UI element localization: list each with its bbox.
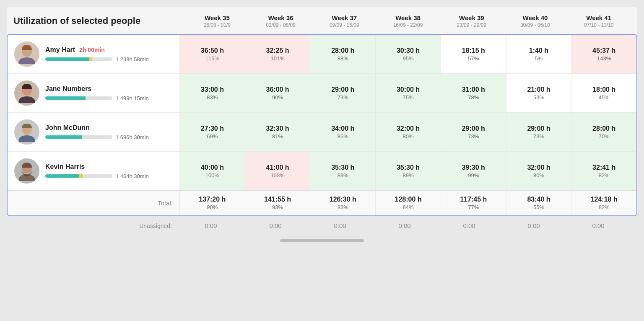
cell-hours: 31:00 h (462, 86, 485, 93)
unassigned-cell-1: 0:00 (243, 222, 308, 229)
progress-fill-teal (45, 174, 79, 178)
cell-hours: 29:00 h (331, 86, 354, 93)
week-cell-0-3: 30:30 h95% (375, 35, 441, 73)
cell-pct: 78% (468, 94, 479, 101)
week-header-3: Week 3816/09 - 22/09 (376, 14, 440, 28)
progress-bar (45, 174, 112, 178)
total-row: Total: 137:20 h90%141:55 h93%126:30 h83%… (8, 190, 636, 215)
cell-hours: 32:41 h (592, 164, 615, 171)
unassigned-cell-0: 0:00 (179, 222, 243, 229)
total-pct: 90% (207, 204, 218, 210)
cell-pct: 90% (272, 94, 283, 101)
person-rows: Amy Hart2h 00min1 238h 58min36:50 h115%3… (8, 35, 636, 190)
cell-hours: 41:00 h (266, 164, 289, 171)
week-cell-3-1: 41:00 h103% (245, 152, 310, 190)
week-cell-1-2: 29:00 h73% (310, 74, 375, 112)
person-row-1: Jane Numbers1 499h 15min33:00 h83%36:00 … (8, 74, 636, 113)
person-details-0: Amy Hart2h 00min1 238h 58min (45, 46, 173, 62)
week-header-1: Week 3602/09 - 08/09 (249, 14, 313, 28)
cell-hours: 36:00 h (266, 86, 289, 93)
cell-pct: 85% (338, 133, 348, 140)
person-name: Jane Numbers (45, 85, 91, 93)
header-row: Utilization of selected people Week 3526… (7, 7, 637, 34)
cell-pct: 80% (403, 133, 414, 140)
week-cell-3-6: 32:41 h82% (571, 152, 636, 190)
cell-pct: 99% (468, 172, 479, 179)
avatar (14, 158, 39, 184)
cell-pct: 73% (338, 94, 348, 101)
week-cell-1-3: 30:00 h75% (375, 74, 441, 112)
cell-hours: 39:30 h (462, 164, 485, 171)
cell-pct: 57% (468, 55, 479, 62)
cell-hours: 34:00 h (331, 125, 354, 132)
person-info-0: Amy Hart2h 00min1 238h 58min (8, 35, 179, 73)
total-hours: 117:45 h (460, 196, 487, 203)
unassigned-cell-3: 0:00 (372, 222, 437, 229)
cell-hours: 33:00 h (201, 86, 224, 93)
week-cell-2-0: 27:30 h69% (179, 113, 245, 151)
person-row-2: John McDunn1 696h 30min27:30 h69%32:30 h… (8, 113, 636, 152)
person-details-2: John McDunn1 696h 30min (45, 124, 173, 140)
avatar (14, 119, 39, 145)
progress-bar (45, 96, 112, 100)
cell-pct: 115% (205, 55, 219, 62)
progress-fill-teal (45, 135, 82, 139)
progress-bar (45, 57, 112, 61)
cell-pct: 80% (533, 172, 544, 179)
total-hours: 137:20 h (199, 196, 226, 203)
total-cells: 137:20 h90%141:55 h93%126:30 h83%128:00 … (179, 191, 636, 215)
cell-hours: 28:00 h (592, 125, 615, 132)
cell-pct: 100% (205, 172, 219, 179)
week-cell-2-4: 29:00 h73% (441, 113, 506, 151)
week-cell-1-4: 31:00 h78% (441, 74, 506, 112)
cell-hours: 35:30 h (397, 164, 420, 171)
person-details-1: Jane Numbers1 499h 15min (45, 85, 173, 101)
total-pct: 77% (468, 204, 479, 210)
person-name: John McDunn (45, 124, 90, 132)
total-cell-1: 141:55 h93% (245, 191, 310, 215)
unassigned-cell-6: 0:00 (566, 222, 631, 229)
cell-hours: 40:00 h (201, 164, 224, 171)
week-header-2: Week 3709/09 - 15/09 (312, 14, 376, 28)
cell-hours: 29:00 h (462, 125, 485, 132)
cell-pct: 103% (270, 172, 284, 179)
total-cell-2: 126:30 h83% (310, 191, 375, 215)
week-cell-0-0: 36:50 h115% (179, 35, 245, 73)
cell-pct: 88% (338, 55, 348, 62)
avatar (14, 41, 39, 67)
total-pct: 83% (338, 204, 348, 210)
progress-fill-teal (45, 57, 89, 61)
progress-fill-yellow (79, 174, 83, 178)
cell-hours: 27:30 h (201, 125, 224, 132)
person-row-3: Kevin Harris1 464h 30min40:00 h100%41:00… (8, 152, 636, 190)
total-pct: 82% (599, 204, 610, 210)
cell-pct: 73% (533, 133, 544, 140)
panel-title: Utilization of selected people (13, 15, 185, 27)
scrollbar-thumb[interactable] (280, 239, 364, 242)
week-cell-0-5: 1:40 h5% (506, 35, 571, 73)
hours-label: 1 464h 30min (116, 173, 149, 179)
week-header-0: Week 3526/08 - 01/9 (185, 14, 249, 28)
total-cell-5: 83:40 h55% (506, 191, 571, 215)
total-cell-3: 128:00 h84% (375, 191, 441, 215)
week-cell-3-3: 35:30 h89% (375, 152, 441, 190)
cell-hours: 45:37 h (592, 47, 615, 54)
avatar (14, 80, 39, 106)
cell-pct: 45% (599, 94, 610, 101)
cell-pct: 89% (403, 172, 414, 179)
cell-pct: 73% (468, 133, 479, 140)
week-cell-0-1: 32:25 h101% (245, 35, 310, 73)
scrollbar-row (7, 235, 637, 243)
cell-pct: 81% (272, 133, 283, 140)
week-cell-3-0: 40:00 h100% (179, 152, 245, 190)
week-cell-2-6: 28:00 h70% (571, 113, 636, 151)
cell-pct: 89% (338, 172, 348, 179)
cell-hours: 28:00 h (331, 47, 354, 54)
week-cell-2-1: 32:30 h81% (245, 113, 310, 151)
progress-bar (45, 135, 112, 139)
cell-pct: 95% (403, 55, 414, 62)
total-hours: 126:30 h (330, 196, 356, 203)
cell-pct: 83% (207, 94, 218, 101)
main-panel: Amy Hart2h 00min1 238h 58min36:50 h115%3… (7, 34, 637, 216)
total-pct: 93% (272, 204, 283, 210)
